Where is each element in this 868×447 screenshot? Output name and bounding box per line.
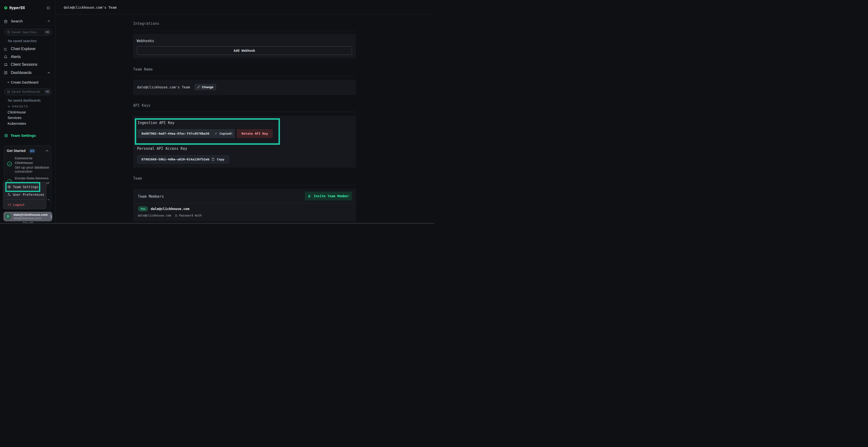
chart-line-icon xyxy=(4,47,7,50)
sidebar-item-label: Alerts xyxy=(11,55,21,59)
invite-button-label: Invite Team Member xyxy=(314,194,349,198)
section-title-integrations: Integrations xyxy=(133,22,159,26)
saved-dashboards-placeholder: Saved Dashboards xyxy=(11,90,44,94)
get-started-progress-badge: 2/3 xyxy=(29,148,36,153)
change-team-name-button[interactable]: Change xyxy=(194,84,216,90)
sidebar: HyperDX Search Saved Searches ⌘K No save… xyxy=(0,0,56,224)
member-row: You dale@clickhouse.com xyxy=(138,206,189,211)
step-title: Connect to ClickHouse xyxy=(15,156,50,165)
sidebar-item-alerts[interactable]: Alerts xyxy=(0,53,56,61)
sidebar-item-label: Client Sessions xyxy=(11,62,37,67)
no-saved-searches-text: No saved searches xyxy=(8,39,37,43)
shortcut-badge: ⌘K xyxy=(44,30,50,34)
change-button-label: Change xyxy=(202,85,213,89)
menu-item-user-preferences[interactable]: User Preferences xyxy=(3,191,46,198)
preset-kubernetes[interactable]: Kubernetes xyxy=(8,122,26,126)
user-account-chip[interactable]: D dale@clickhouse.com dale@clickhouse.co… xyxy=(3,212,53,221)
user-email: dale@clickhouse.com xyxy=(13,213,48,216)
check-circle-icon xyxy=(7,161,12,166)
lock-icon xyxy=(175,214,178,217)
no-saved-dashboards-text: No saved dashboards xyxy=(8,99,40,102)
page-header: dale@clickhouse.com's Team xyxy=(56,0,434,14)
create-dashboard-button[interactable]: Create Dashboard xyxy=(0,79,56,85)
section-title-team: Team xyxy=(133,176,142,181)
sidebar-item-chart-explorer[interactable]: Chart Explorer xyxy=(0,45,56,53)
copied-indicator: Copied! xyxy=(214,132,233,135)
member-auth-method: Password Auth xyxy=(179,214,202,217)
sidebar-divider xyxy=(0,25,56,26)
saved-dashboards-input[interactable]: Saved Dashboards ⌘K xyxy=(4,89,52,95)
api-keys-card: Ingestion API Key 8e887902-4ed7-44ea-8fe… xyxy=(133,115,356,168)
personal-key-value: 87982668-58b1-4d6e-a620-014a136f52eb xyxy=(142,158,210,161)
sidebar-item-search[interactable]: Search xyxy=(11,19,23,23)
gear-icon xyxy=(7,185,11,188)
presets-label: PRESETS xyxy=(12,105,28,108)
logout-icon xyxy=(7,203,11,206)
menu-item-team-settings[interactable]: Team Settings xyxy=(3,183,46,191)
preset-services[interactable]: Services xyxy=(8,115,22,120)
search-icon xyxy=(7,90,10,94)
add-webhook-button[interactable]: Add Webhook xyxy=(137,46,352,55)
arrow-right-icon: → xyxy=(47,198,49,201)
step-subtitle: Set up your database connection xyxy=(15,165,50,174)
menu-item-logout[interactable]: Logout xyxy=(3,201,46,208)
section-title-api-keys: API Keys xyxy=(133,103,151,108)
avatar: D xyxy=(5,213,11,220)
menu-item-label: User Preferences xyxy=(13,193,44,197)
user-gear-icon xyxy=(7,193,11,196)
chevron-up-icon[interactable] xyxy=(48,72,50,73)
search-section-icon xyxy=(4,20,7,23)
section-title-team-name: Team Name xyxy=(133,67,153,72)
laptop-icon xyxy=(4,63,8,66)
team-members-title: Team Members xyxy=(138,194,164,199)
sidebar-item-client-sessions[interactable]: Client Sessions xyxy=(0,61,56,68)
card-divider xyxy=(133,203,356,203)
team-name-value: dale@clickhouse.com's Team xyxy=(137,85,190,89)
chevron-up-icon[interactable] xyxy=(48,20,50,22)
hyperdx-logo-icon xyxy=(4,6,7,10)
pencil-icon xyxy=(197,85,200,89)
member-email: dale@clickhouse.com xyxy=(151,207,189,211)
create-dashboard-label: Create Dashboard xyxy=(11,80,38,84)
user-plus-icon xyxy=(308,194,311,198)
webhooks-title: Webhooks xyxy=(137,39,154,43)
personal-key-value-pill[interactable]: 87982668-58b1-4d6e-a620-014a136f52eb Cop… xyxy=(137,156,229,164)
member-auth-row: dale@clickhouse.com Password Auth xyxy=(138,214,202,217)
rotate-api-key-button[interactable]: Rotate API Key xyxy=(237,129,273,138)
menu-item-label: Logout xyxy=(13,203,25,207)
chevron-up-icon[interactable] xyxy=(45,150,49,152)
preset-clickhouse[interactable]: ClickHouse xyxy=(8,110,26,114)
sidebar-item-dashboards[interactable]: Dashboards xyxy=(0,69,56,77)
menu-divider xyxy=(5,199,44,200)
dashboard-icon xyxy=(4,71,7,74)
section-divider xyxy=(133,31,356,31)
saved-searches-input[interactable]: Saved Searches ⌘K xyxy=(4,29,52,35)
shortcut-badge: ⌘K xyxy=(44,90,50,94)
ingestion-key-row: 8e887902-4ed7-44ea-8fec-f47cd578be36 Cop… xyxy=(137,129,273,138)
webhooks-card: Webhooks Add Webhook xyxy=(133,34,356,59)
step-title: Create Data Sources xyxy=(15,176,50,181)
sidebar-item-team-settings[interactable]: Team Settings xyxy=(0,132,56,139)
get-started-title: Get Started xyxy=(7,149,26,153)
presets-toggle[interactable]: PRESETS xyxy=(0,104,56,109)
account-menu-popup: Team Settings User Preferences Logout xyxy=(3,182,46,209)
collapse-sidebar-icon[interactable] xyxy=(46,6,50,10)
member-auth-email: dale@clickhouse.com xyxy=(138,214,171,217)
chevron-right-icon xyxy=(50,215,52,218)
team-settings-label: Team Settings xyxy=(10,133,36,138)
copied-label: Copied! xyxy=(219,132,233,135)
personal-api-key-label: Personal API Access Key xyxy=(137,146,187,151)
copy-button-label: Copy xyxy=(217,158,224,161)
user-team-name: dale@clickhouse.com's xyxy=(13,217,41,220)
section-divider xyxy=(133,76,356,76)
invite-team-member-button[interactable]: Invite Team Member xyxy=(305,192,352,200)
ingestion-key-value-pill[interactable]: 8e887902-4ed7-44ea-8fec-f47cd578be36 Cop… xyxy=(137,129,235,138)
bell-icon xyxy=(4,55,7,59)
main-content: dale@clickhouse.com's Team Integrations … xyxy=(56,0,434,224)
you-badge: You xyxy=(138,206,148,211)
clipboard-icon xyxy=(212,158,215,161)
sidebar-item-label: Dashboards xyxy=(11,71,32,75)
plus-icon xyxy=(7,81,10,83)
search-icon xyxy=(7,31,10,34)
get-started-step[interactable]: Connect to ClickHouse Set up your databa… xyxy=(15,156,50,174)
